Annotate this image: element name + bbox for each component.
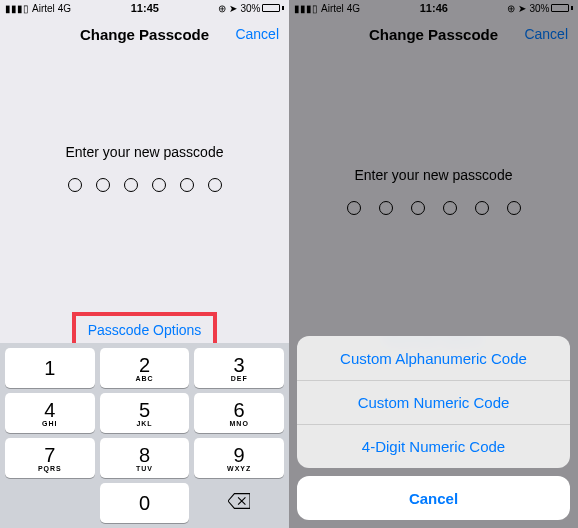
action-sheet: Custom Alphanumeric Code Custom Numeric … [297, 336, 570, 520]
option-4digit-numeric[interactable]: 4-Digit Numeric Code [297, 424, 570, 468]
key-num: 7 [44, 445, 55, 465]
backspace-icon [228, 493, 250, 513]
screen-passcode-entry: ▮▮▮▯ Airtel 4G 11:45 ⊕ ➤ 30% Change Pass… [0, 0, 289, 528]
keypad-backspace[interactable] [194, 483, 284, 523]
cancel-button[interactable]: Cancel [235, 26, 279, 42]
passcode-dot [208, 178, 222, 192]
key-letters: ABC [135, 375, 153, 382]
page-title: Change Passcode [80, 26, 209, 43]
keypad-key-0[interactable]: 0 [100, 483, 190, 523]
passcode-dot [96, 178, 110, 192]
battery-indicator: 30% [240, 3, 284, 14]
key-num: 4 [44, 400, 55, 420]
passcode-prompt: Enter your new passcode [0, 144, 289, 160]
keypad-key-3[interactable]: 3DEF [194, 348, 284, 388]
passcode-dot [68, 178, 82, 192]
screen-passcode-options-sheet: ▮▮▮▯ Airtel 4G 11:46 ⊕ ➤ 30% Change Pass… [289, 0, 578, 528]
key-num: 9 [234, 445, 245, 465]
numeric-keypad: 1 2ABC 3DEF 4GHI 5JKL 6MNO 7PQRS 8TUV 9W… [0, 343, 289, 528]
passcode-dot [124, 178, 138, 192]
alarm-icon: ⊕ [218, 3, 226, 14]
key-letters: TUV [136, 465, 153, 472]
key-letters: DEF [231, 375, 248, 382]
key-letters: GHI [42, 420, 57, 427]
option-custom-numeric[interactable]: Custom Numeric Code [297, 380, 570, 424]
passcode-dot [152, 178, 166, 192]
key-num: 3 [234, 355, 245, 375]
key-letters: WXYZ [227, 465, 251, 472]
key-num: 5 [139, 400, 150, 420]
keypad-key-9[interactable]: 9WXYZ [194, 438, 284, 478]
action-sheet-cancel[interactable]: Cancel [297, 476, 570, 520]
keypad-key-7[interactable]: 7PQRS [5, 438, 95, 478]
key-letters: JKL [136, 420, 152, 427]
keypad-key-2[interactable]: 2ABC [100, 348, 190, 388]
option-custom-alphanumeric[interactable]: Custom Alphanumeric Code [297, 336, 570, 380]
keypad-key-5[interactable]: 5JKL [100, 393, 190, 433]
key-num: 6 [234, 400, 245, 420]
network-label: 4G [58, 3, 71, 14]
keypad-key-4[interactable]: 4GHI [5, 393, 95, 433]
passcode-dots [0, 178, 289, 192]
status-bar: ▮▮▮▯ Airtel 4G 11:45 ⊕ ➤ 30% [0, 0, 289, 16]
signal-icon: ▮▮▮▯ [5, 3, 29, 14]
passcode-dot [180, 178, 194, 192]
key-letters: PQRS [38, 465, 62, 472]
key-num: 8 [139, 445, 150, 465]
battery-pct: 30% [240, 3, 260, 14]
key-num: 1 [44, 358, 55, 378]
location-icon: ➤ [229, 3, 237, 14]
status-clock: 11:45 [131, 2, 159, 14]
keypad-blank [5, 483, 95, 523]
keypad-key-6[interactable]: 6MNO [194, 393, 284, 433]
action-sheet-options: Custom Alphanumeric Code Custom Numeric … [297, 336, 570, 468]
keypad-key-8[interactable]: 8TUV [100, 438, 190, 478]
key-num: 0 [139, 493, 150, 513]
nav-bar: Change Passcode Cancel [0, 16, 289, 52]
carrier-label: Airtel [32, 3, 55, 14]
key-num: 2 [139, 355, 150, 375]
keypad-key-1[interactable]: 1 [5, 348, 95, 388]
key-letters: MNO [230, 420, 249, 427]
